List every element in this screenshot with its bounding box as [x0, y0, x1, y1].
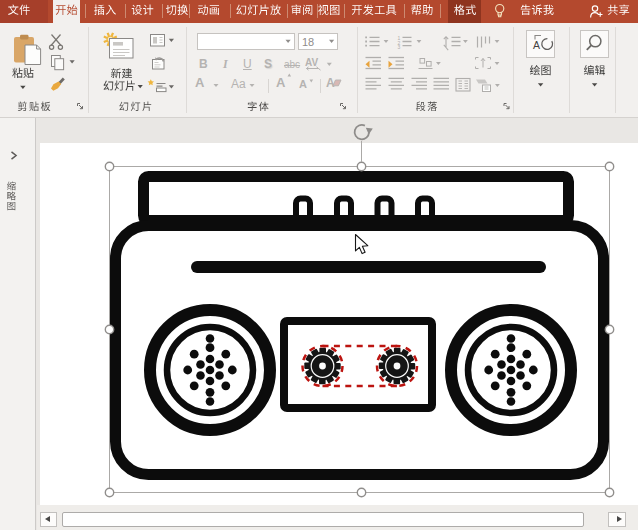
svg-text:A: A: [533, 39, 540, 51]
svg-text:3: 3: [398, 44, 401, 50]
